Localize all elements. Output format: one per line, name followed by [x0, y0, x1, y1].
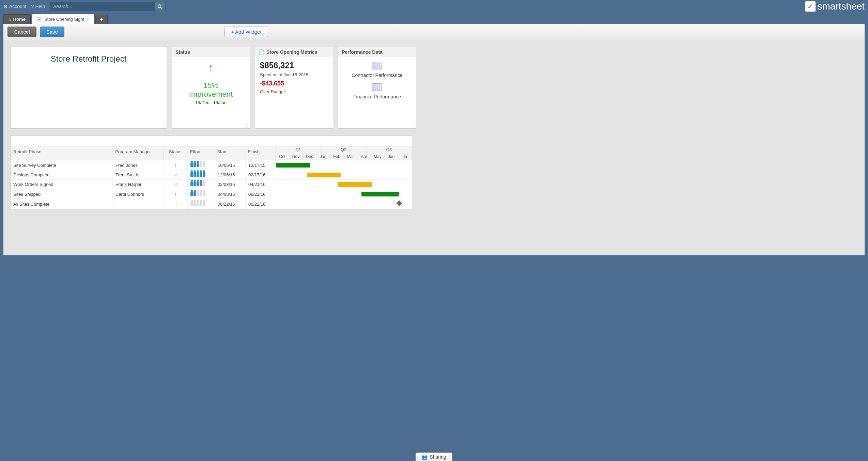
topbar-left: ⚙ Account ? Help [3, 2, 166, 11]
arrow-up-icon: ↑ [175, 61, 246, 75]
gantt-row[interactable]: Site Survey CompleteFred Jones↑10/05/151… [11, 160, 412, 170]
logo-mark-icon: ✓ [805, 1, 816, 12]
performance-link-2[interactable]: Financial Performance [343, 94, 411, 99]
tab-dropdown-icon[interactable]: ▾ [37, 17, 42, 21]
gantt-row[interactable]: All Sites Complete→06/22/1606/22/16 [11, 199, 412, 209]
widget-metrics[interactable]: 📄 Store Opening Metrics $856,321 Spent a… [255, 47, 333, 129]
gantt-row[interactable]: Designs CompleteTrent Smith↗12/06/1502/1… [11, 170, 412, 180]
brand-logo: ✓ smartsheet [805, 1, 865, 12]
cell-effort [188, 190, 215, 199]
person-icon [190, 162, 193, 167]
timeline-cell [276, 161, 412, 169]
gantt-bar[interactable] [307, 173, 341, 177]
widget-performance[interactable]: Performance Data Contractor Performance … [338, 47, 416, 129]
status-header: Status [172, 47, 250, 57]
quarter-cell: Q3 [367, 146, 412, 153]
month-cell: Feb [330, 153, 344, 160]
plus-icon: + [100, 16, 103, 22]
help-link[interactable]: ? Help [31, 4, 45, 9]
month-cell: Oct [276, 153, 289, 160]
timeline-cell [276, 200, 412, 208]
home-icon: ⌂ [9, 17, 11, 22]
account-label: Account [9, 4, 27, 9]
tab-bar: ⌂ Home ▾ Store Opening Sight × + [0, 13, 868, 24]
add-widget-button[interactable]: + Add Widget [224, 27, 268, 37]
col-finish-header[interactable]: Finish [245, 146, 276, 160]
person-icon [193, 201, 196, 206]
widget-title[interactable]: Store Retrofit Project ⋰ [10, 47, 167, 129]
cell-pm: Carol Connors [113, 190, 164, 198]
search-input[interactable] [50, 2, 166, 11]
cancel-button[interactable]: Cancel [7, 27, 36, 37]
arrow-right-icon: → [173, 201, 179, 207]
search-wrap [50, 2, 166, 11]
gantt-row[interactable]: Sites ShippedCarol Connors↑04/08/1606/22… [11, 189, 412, 199]
metrics-over: Over Budget: [260, 89, 328, 94]
tab-active-label: Store Opening Sight [44, 17, 84, 22]
toolbar: Cancel Save + Add Widget [3, 24, 865, 40]
month-cell: Jun [385, 153, 398, 160]
arrow-up-icon: ↑ [174, 191, 177, 197]
col-start-header[interactable]: Start [214, 146, 245, 160]
top-bar: ⚙ Account ? Help ✓ smartsheet [0, 0, 868, 13]
month-cell: Ju [398, 153, 412, 160]
resize-handle-icon[interactable]: ⋰ [162, 123, 167, 128]
cell-start: 12/06/15 [215, 171, 246, 179]
person-icon [190, 172, 193, 177]
save-button[interactable]: Save [40, 27, 64, 37]
gear-icon: ⚙ [3, 4, 8, 9]
person-icon [200, 172, 202, 177]
cell-phase: Sites Shipped [11, 190, 113, 198]
person-icon [197, 201, 199, 206]
person-icon [200, 181, 202, 186]
cell-effort [188, 200, 215, 209]
performance-header: Performance Data [338, 47, 416, 57]
milestone-diamond-icon[interactable] [397, 201, 402, 206]
person-icon [203, 162, 205, 167]
cell-finish: 04/21/16 [246, 180, 276, 189]
svg-point-0 [158, 5, 161, 8]
month-cell: May [371, 153, 385, 160]
gantt-bar[interactable] [276, 163, 310, 168]
quarter-cell: Q2 [321, 146, 366, 153]
cell-status: ↑ [164, 189, 188, 199]
brand-text: smartsheet [818, 1, 865, 12]
report-icon [372, 62, 382, 69]
cell-finish: 02/17/16 [246, 171, 276, 179]
status-body: ↑ 15% Improvement 15/Dec - 15/Jan [172, 57, 250, 109]
tab-home[interactable]: ⌂ Home [3, 14, 31, 24]
search-icon [157, 4, 162, 9]
col-status-header[interactable]: Status [164, 146, 187, 160]
col-phase-header[interactable]: Retrofit Phase [11, 146, 112, 160]
metrics-amount: $856,321 [260, 61, 328, 70]
metrics-body: $856,321 Spent as of Jan-15-2015: -$43,6… [255, 57, 333, 98]
cell-pm: Fred Jones [113, 161, 164, 170]
cell-effort [188, 161, 215, 170]
timeline-cell [276, 181, 412, 188]
tab-new[interactable]: + [95, 15, 107, 24]
svg-line-1 [161, 7, 162, 9]
resize-handle-icon[interactable]: ⋰ [411, 123, 416, 128]
widget-gantt[interactable]: Retrofit Phase Program Manager Status Ef… [10, 136, 412, 209]
help-label: Help [35, 4, 45, 9]
col-effort-header[interactable]: Effort [187, 146, 215, 160]
dashboard-canvas: Store Retrofit Project ⋰ Status ↑ 15% Im… [3, 40, 865, 255]
close-icon[interactable]: × [86, 16, 89, 22]
col-pm-header[interactable]: Program Manager [112, 146, 164, 160]
cell-status: ↗ [164, 180, 188, 189]
gantt-row[interactable]: Work Orders SignedFrank Harper↗02/08/160… [11, 180, 412, 189]
main-panel: Cancel Save + Add Widget Store Retrofit … [3, 24, 865, 255]
tab-active[interactable]: ▾ Store Opening Sight × [32, 14, 94, 24]
person-icon [190, 191, 193, 196]
account-link[interactable]: ⚙ Account [3, 4, 27, 9]
resize-handle-icon[interactable]: ⋰ [328, 123, 333, 128]
gantt-bar[interactable] [338, 182, 372, 187]
performance-link-1[interactable]: Contractor Performance [343, 73, 411, 78]
widget-status[interactable]: Status ↑ 15% Improvement 15/Dec - 15/Jan… [172, 47, 250, 129]
resize-handle-icon[interactable]: ⋰ [245, 123, 250, 128]
search-button[interactable] [155, 2, 165, 11]
report-icon [372, 83, 382, 91]
month-cell: Jan [316, 153, 330, 160]
status-range: 15/Dec - 15/Jan [175, 100, 246, 105]
gantt-bar[interactable] [361, 192, 399, 196]
